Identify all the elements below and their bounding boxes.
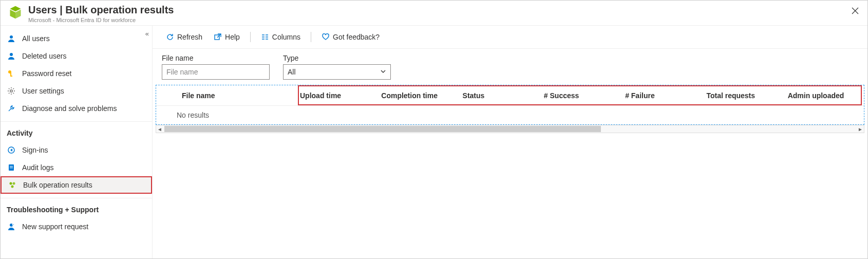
user-icon bbox=[7, 34, 16, 43]
svg-point-4 bbox=[10, 53, 13, 56]
table-header-upload-time[interactable]: Upload time bbox=[295, 91, 376, 100]
scroll-right-arrow-icon[interactable]: ► bbox=[857, 126, 864, 132]
results-table: File name Upload time Completion time St… bbox=[156, 85, 864, 125]
sidebar-item-deleted-users[interactable]: Deleted users bbox=[1, 47, 152, 65]
page-title: Users | Bulk operation results bbox=[28, 4, 174, 16]
sidebar-item-label: User settings bbox=[22, 87, 64, 95]
feedback-button[interactable]: Got feedback? bbox=[317, 31, 384, 43]
brand-cube-icon bbox=[8, 5, 23, 20]
user-icon bbox=[7, 51, 16, 61]
table-header-admin-uploaded[interactable]: Admin uploaded bbox=[783, 91, 864, 100]
toolbar-separator bbox=[250, 32, 251, 42]
columns-icon bbox=[261, 33, 269, 41]
toolbar: Refresh Help Columns bbox=[153, 29, 867, 48]
svg-rect-7 bbox=[10, 76, 12, 77]
chevron-down-icon bbox=[380, 68, 386, 76]
sidebar-item-diagnose[interactable]: Diagnose and solve problems bbox=[1, 100, 152, 117]
close-button[interactable] bbox=[848, 4, 862, 18]
support-icon: ? bbox=[7, 222, 16, 231]
toolbar-separator bbox=[311, 32, 311, 42]
scroll-left-arrow-icon[interactable]: ◄ bbox=[156, 126, 163, 132]
feedback-label: Got feedback? bbox=[333, 33, 380, 41]
key-icon bbox=[7, 69, 16, 78]
sidebar-item-label: Audit logs bbox=[22, 163, 53, 172]
svg-point-13 bbox=[10, 182, 12, 185]
sidebar-item-label: Deleted users bbox=[22, 52, 66, 60]
help-button[interactable]: Help bbox=[210, 31, 244, 43]
refresh-icon bbox=[166, 33, 174, 41]
sidebar-item-label: Diagnose and solve problems bbox=[22, 104, 117, 113]
horizontal-scrollbar[interactable]: ◄ ► bbox=[156, 125, 864, 133]
table-header-completion-time[interactable]: Completion time bbox=[376, 91, 457, 100]
bulk-icon bbox=[8, 180, 17, 190]
sidebar-item-user-settings[interactable]: User settings bbox=[1, 82, 152, 100]
table-header-total-requests[interactable]: Total requests bbox=[701, 91, 782, 100]
svg-rect-11 bbox=[10, 166, 13, 166]
columns-button[interactable]: Columns bbox=[257, 31, 305, 43]
filename-filter-input[interactable] bbox=[162, 64, 270, 80]
svg-point-8 bbox=[10, 90, 12, 92]
sidebar-item-sign-ins[interactable]: Sign-ins bbox=[1, 141, 152, 159]
table-header-success[interactable]: # Success bbox=[539, 91, 620, 100]
log-icon bbox=[7, 163, 16, 172]
type-filter-label: Type bbox=[283, 54, 391, 62]
heart-icon bbox=[322, 33, 330, 41]
refresh-label: Refresh bbox=[177, 33, 202, 41]
sidebar-section-support: Troubleshooting + Support bbox=[1, 198, 152, 218]
svg-point-14 bbox=[13, 182, 15, 185]
sidebar-item-label: Bulk operation results bbox=[23, 181, 92, 189]
svg-rect-12 bbox=[10, 168, 13, 168]
sidebar-item-audit-logs[interactable]: Audit logs bbox=[1, 159, 152, 176]
sidebar-section-activity: Activity bbox=[1, 121, 152, 141]
sidebar-item-label: Sign-ins bbox=[22, 146, 48, 154]
help-label: Help bbox=[225, 33, 240, 41]
sidebar-item-all-users[interactable]: All users bbox=[1, 30, 152, 47]
sidebar-item-label: Password reset bbox=[22, 69, 71, 78]
refresh-button[interactable]: Refresh bbox=[162, 31, 206, 43]
table-header-failure[interactable]: # Failure bbox=[620, 91, 701, 100]
svg-rect-19 bbox=[215, 35, 219, 40]
type-filter-select[interactable]: All bbox=[283, 64, 391, 80]
scrollbar-thumb[interactable] bbox=[164, 126, 601, 132]
columns-label: Columns bbox=[272, 33, 300, 41]
wrench-icon bbox=[7, 104, 16, 113]
sidebar-item-password-reset[interactable]: Password reset bbox=[1, 65, 152, 82]
gear-icon bbox=[7, 86, 16, 96]
sidebar-item-label: New support request bbox=[22, 223, 88, 231]
collapse-sidebar-chevron-icon[interactable]: « bbox=[145, 30, 149, 38]
table-header-status[interactable]: Status bbox=[458, 91, 539, 100]
page-subtitle: Microsoft - Microsoft Entra ID for workf… bbox=[28, 17, 174, 23]
table-empty-row: No results bbox=[156, 106, 864, 124]
svg-point-3 bbox=[10, 35, 13, 39]
sidebar-item-label: All users bbox=[22, 34, 50, 43]
signin-icon bbox=[7, 145, 16, 155]
table-header-file-name[interactable]: File name bbox=[177, 91, 295, 100]
external-link-icon bbox=[214, 33, 222, 41]
sidebar-item-new-support-request[interactable]: ? New support request bbox=[1, 218, 152, 235]
type-filter-value: All bbox=[288, 68, 296, 76]
svg-point-15 bbox=[11, 186, 14, 188]
filename-filter-label: File name bbox=[162, 54, 270, 62]
sidebar-item-bulk-operation-results[interactable]: Bulk operation results bbox=[1, 176, 152, 194]
